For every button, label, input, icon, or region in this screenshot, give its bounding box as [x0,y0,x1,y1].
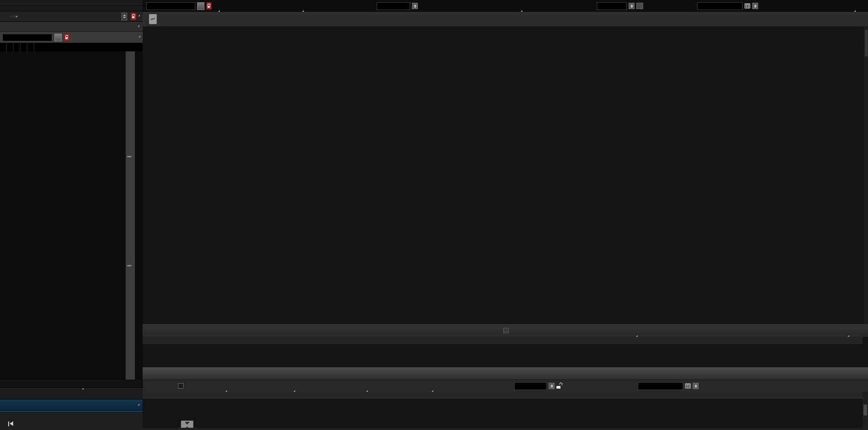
positions-toolbar [143,380,868,392]
model-selector[interactable] [427,380,433,392]
high-cell [20,43,27,51]
lines-selector[interactable] [298,0,304,12]
risk-profile-chart[interactable] [143,26,868,324]
quick-chart-info-row [0,43,143,51]
quick-chart-header[interactable] [0,22,143,32]
commission-selector[interactable] [213,0,220,12]
symbol-input[interactable] [2,34,52,41]
positions-scrollbar[interactable] [863,392,868,428]
lock-icon[interactable] [206,2,212,10]
sidebar-bottom-toolbar [0,412,143,430]
price-slices-header [143,324,868,337]
analyze-panel [143,0,868,430]
positions-date-input[interactable] [638,382,683,390]
interest-stepper[interactable] [549,383,555,389]
chart-period-label [0,43,7,51]
calendar-icon[interactable] [685,383,691,389]
account-row [0,6,143,11]
lock-icon[interactable] [131,13,136,20]
symbol-dropdown-button[interactable] [55,34,62,41]
prob-range-input[interactable] [597,2,627,10]
watchlist-spinner[interactable] [121,13,127,20]
open-cell [14,43,20,51]
chart-hint-bar [143,12,868,27]
risk-plot-area[interactable] [177,26,861,324]
chart-mode-icon[interactable] [149,14,157,24]
chart-drawing-toolbar [0,387,143,399]
positions-column-headers [143,392,863,399]
pl-calc-selector[interactable] [631,324,638,337]
date-input[interactable] [697,2,743,10]
step-stepper[interactable] [412,3,418,9]
select-all-checkbox[interactable] [178,383,184,389]
prob-range-group [595,0,643,12]
symbol-mode-selector[interactable] [363,380,368,392]
unlock-icon[interactable] [556,383,561,389]
date-stepper[interactable] [752,3,758,9]
price-slices-rows [143,344,863,367]
lock-icon[interactable] [64,34,69,41]
quick-chart-price-axis[interactable] [125,51,135,380]
prob-range-stepper[interactable] [629,3,635,9]
date-cell [7,43,14,51]
chart-scrollbar[interactable] [864,26,868,324]
margin-volatility-checkbox[interactable] [503,328,509,333]
step-group [375,0,418,12]
metric-selector[interactable] [459,0,461,12]
positions-header[interactable] [143,367,868,380]
interest-group [512,380,561,392]
risk-y-axis [143,26,175,324]
analyze-risk-profile-screen [0,0,868,430]
select-all-group[interactable] [178,380,185,392]
quick-chart-symbol-row [0,32,143,43]
analyze-symbol-dropdown[interactable] [197,2,204,10]
quick-chart-x-axis [0,380,143,387]
analyze-symbol-input[interactable] [146,2,195,10]
scrollbar-thumb[interactable] [863,405,867,415]
analyze-toolbar [143,0,868,12]
positions-rows [143,399,863,428]
bottom-strip [143,428,868,430]
series-selector[interactable] [291,380,295,392]
margin-volatility-toggle[interactable] [503,324,511,337]
interest-input[interactable] [514,382,547,390]
calendar-icon[interactable] [744,3,750,9]
watchlist-bar [0,11,143,22]
step-input[interactable] [377,2,410,10]
show-all-selector[interactable] [223,380,227,392]
positions-date-stepper[interactable] [693,383,699,389]
quick-chart-canvas[interactable] [0,51,143,380]
prob-range-dropdown[interactable] [636,3,643,9]
symbol-group [146,0,212,12]
account-row [0,0,143,6]
positions-date-group [636,380,699,392]
market-depth-header[interactable] [0,399,143,412]
more-cell[interactable] [27,43,34,51]
price-slices-column-headers [143,337,863,344]
left-sidebar [0,0,143,430]
price-slices-title-group[interactable] [147,324,149,337]
date-group [695,0,758,12]
prob-mode-selector[interactable] [516,0,522,12]
watchlist-selector[interactable] [10,15,17,17]
